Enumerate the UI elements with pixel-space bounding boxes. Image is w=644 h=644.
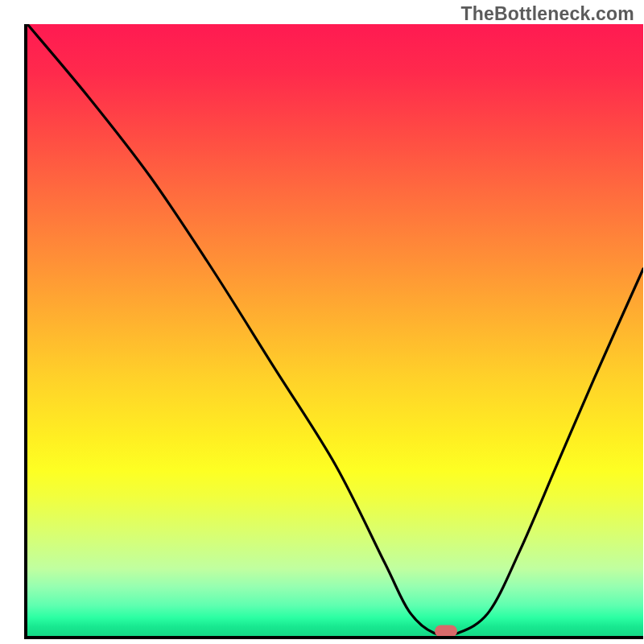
chart-container: TheBottleneck.com — [0, 0, 644, 644]
target-marker — [435, 625, 457, 637]
watermark-text: TheBottleneck.com — [460, 3, 634, 25]
bottleneck-curve-path — [27, 24, 643, 636]
plot-area — [24, 24, 643, 639]
curve-svg — [27, 24, 643, 636]
